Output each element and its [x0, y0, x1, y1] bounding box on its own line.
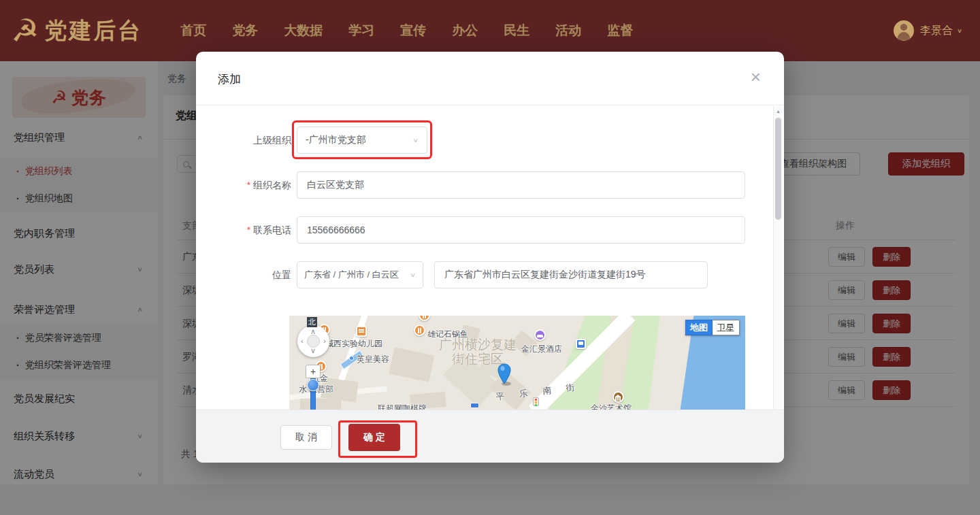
region-cascader[interactable]: 广东省 / 广州市 / 白云区 — [297, 261, 423, 288]
org-name-input[interactable]: 白云区党支部 — [297, 171, 745, 199]
pan-knob[interactable] — [307, 335, 320, 348]
address-input[interactable]: 广东省广州市白云区复建街金沙街道复建街19号 — [434, 261, 708, 288]
nav-item-home[interactable]: 首页 — [180, 22, 206, 39]
close-icon[interactable] — [751, 68, 761, 86]
hammer-sickle-icon: ☭ — [11, 15, 39, 46]
chevron-down-icon — [412, 137, 419, 144]
location-map[interactable]: 城西实验幼儿园 英皇美容 五金 水 经营部 雄记石锅鱼 广州横沙复建 街住宅区 … — [289, 316, 745, 410]
map-label-netcafe: 联超网咖棋牌 — [378, 403, 427, 410]
nav-item-big-data[interactable]: 大数据 — [284, 22, 323, 39]
dialog-footer: 取 消 确 定 — [196, 410, 784, 463]
add-org-dialog: 添加 上级组织 -广州市党支部 组织名称 白云区党支部 联系电话 1556666… — [196, 52, 784, 463]
scrollbar-thumb[interactable] — [775, 118, 781, 220]
location-label: 位置 — [231, 269, 291, 282]
map-label-residential: 广州横沙复建 街住宅区 — [434, 337, 521, 366]
parent-org-select[interactable]: -广州市党支部 — [297, 127, 427, 154]
phone-label: 联系电话 — [231, 225, 291, 237]
restaurant-poi-icon — [414, 325, 425, 336]
pan-left-icon[interactable]: ‹ — [301, 337, 304, 345]
satellite-mode-button[interactable]: 卫星 — [713, 320, 740, 335]
app-logo[interactable]: ☭ 党建后台 — [11, 15, 142, 46]
nav-item-study[interactable]: 学习 — [348, 22, 374, 39]
scroll-up-icon[interactable]: ▲ — [776, 109, 781, 114]
restaurant-poi-icon — [419, 316, 430, 321]
chevron-down-icon: ∨ — [957, 27, 962, 34]
nav-item-publicity[interactable]: 宣传 — [400, 22, 426, 39]
hotel-poi-icon — [534, 329, 546, 341]
zoom-in-button[interactable]: + — [306, 365, 321, 378]
dialog-header: 添加 — [196, 52, 784, 105]
nav-item-party-affairs[interactable]: 党务 — [232, 22, 258, 39]
user-menu[interactable]: 李景合 ∨ — [894, 20, 962, 41]
user-avatar — [894, 20, 914, 41]
map-label-beauty: 英皇美容 — [357, 354, 389, 365]
nav-item-activity[interactable]: 活动 — [555, 22, 581, 39]
location-pin-icon — [497, 363, 512, 386]
map-building — [389, 347, 434, 382]
traffic-light-icon — [533, 397, 539, 406]
zoom-slider-knob[interactable] — [307, 379, 319, 391]
dialog-title: 添加 — [218, 71, 241, 87]
map-label-hotel: 金汇景酒店 — [521, 344, 562, 355]
cancel-button[interactable]: 取 消 — [280, 425, 332, 450]
bus-stop-marker — [470, 403, 479, 408]
confirm-button[interactable]: 确 定 — [348, 424, 400, 451]
bus-stop-icon — [576, 339, 586, 349]
parent-org-label: 上级组织 — [231, 135, 291, 147]
nav-item-livelihood[interactable]: 民生 — [504, 22, 529, 39]
nav-item-supervision[interactable]: 监督 — [607, 22, 633, 39]
main-nav: 首页 党务 大数据 学习 宣传 办公 民生 活动 监督 — [180, 22, 659, 39]
poi-icon — [356, 326, 367, 337]
poi-dot-icon — [349, 356, 354, 361]
chevron-down-icon — [410, 271, 416, 278]
dialog-scrollbar: ▲ — [773, 106, 783, 410]
map-label-kindergarten: 城西实验幼儿园 — [325, 338, 382, 350]
user-name: 李景合 — [920, 24, 953, 38]
app-title: 党建后台 — [44, 16, 142, 46]
map-label-museum: 金沙艺术馆 — [591, 403, 632, 410]
museum-poi-icon — [612, 391, 624, 403]
pan-right-icon[interactable]: › — [323, 337, 326, 345]
map-pan-control[interactable]: ∧ ∨ ‹ › — [297, 325, 329, 357]
phone-input[interactable]: 15566666666 — [297, 216, 745, 244]
map-zoom-control: + — [306, 365, 321, 410]
pan-down-icon[interactable]: ∨ — [310, 347, 316, 354]
map-layer-toggle: 地图 卫星 — [685, 320, 740, 335]
nav-item-office[interactable]: 办公 — [452, 22, 478, 39]
dialog-body: 上级组织 -广州市党支部 组织名称 白云区党支部 联系电话 1556666666… — [196, 106, 784, 410]
north-badge: 北 — [307, 317, 317, 327]
map-mode-button[interactable]: 地图 — [685, 320, 713, 335]
org-name-label: 组织名称 — [231, 180, 291, 192]
